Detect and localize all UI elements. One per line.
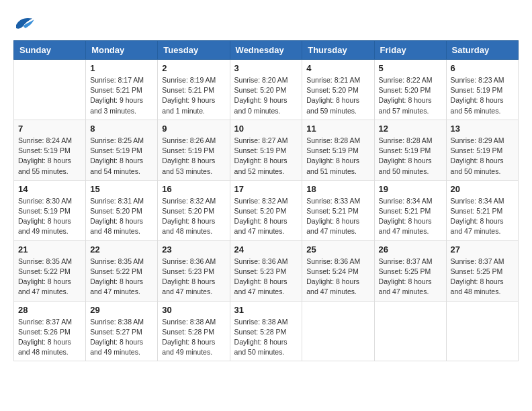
day-number: 3 xyxy=(234,63,298,73)
day-info: Sunrise: 8:37 AMSunset: 5:25 PMDaylight:… xyxy=(379,257,442,298)
day-info: Sunrise: 8:28 AMSunset: 5:19 PMDaylight:… xyxy=(379,136,442,177)
day-info: Sunrise: 8:35 AMSunset: 5:22 PMDaylight:… xyxy=(18,257,81,298)
calendar-cell: 3Sunrise: 8:20 AMSunset: 5:20 PMDaylight… xyxy=(230,60,302,120)
day-number: 9 xyxy=(162,124,225,134)
day-info: Sunrise: 8:24 AMSunset: 5:19 PMDaylight:… xyxy=(18,136,81,177)
calendar-cell: 10Sunrise: 8:27 AMSunset: 5:19 PMDayligh… xyxy=(230,120,302,180)
calendar-cell: 27Sunrise: 8:37 AMSunset: 5:25 PMDayligh… xyxy=(446,240,518,301)
day-number: 16 xyxy=(162,184,225,194)
day-number: 6 xyxy=(451,63,514,73)
calendar-cell: 24Sunrise: 8:36 AMSunset: 5:23 PMDayligh… xyxy=(230,240,302,301)
day-info: Sunrise: 8:38 AMSunset: 5:28 PMDaylight:… xyxy=(234,317,298,358)
calendar-cell: 12Sunrise: 8:28 AMSunset: 5:19 PMDayligh… xyxy=(374,120,446,180)
calendar-cell xyxy=(446,301,518,361)
day-info: Sunrise: 8:35 AMSunset: 5:22 PMDaylight:… xyxy=(90,257,153,298)
weekday-header: Wednesday xyxy=(230,41,302,60)
page: SundayMondayTuesdayWednesdayThursdayFrid… xyxy=(0,0,532,411)
weekday-header: Friday xyxy=(374,41,446,60)
calendar-cell: 19Sunrise: 8:34 AMSunset: 5:21 PMDayligh… xyxy=(374,180,446,240)
day-info: Sunrise: 8:19 AMSunset: 5:21 PMDaylight:… xyxy=(162,75,225,116)
calendar-week-row: 7Sunrise: 8:24 AMSunset: 5:19 PMDaylight… xyxy=(14,120,519,180)
calendar-cell xyxy=(302,301,374,361)
day-info: Sunrise: 8:32 AMSunset: 5:20 PMDaylight:… xyxy=(234,196,298,237)
calendar-cell: 22Sunrise: 8:35 AMSunset: 5:22 PMDayligh… xyxy=(86,240,158,301)
day-info: Sunrise: 8:34 AMSunset: 5:21 PMDaylight:… xyxy=(451,196,514,237)
day-number: 1 xyxy=(90,63,153,73)
day-info: Sunrise: 8:37 AMSunset: 5:25 PMDaylight:… xyxy=(451,257,514,298)
calendar-cell: 2Sunrise: 8:19 AMSunset: 5:21 PMDaylight… xyxy=(158,60,230,120)
day-info: Sunrise: 8:28 AMSunset: 5:19 PMDaylight:… xyxy=(306,136,369,177)
day-info: Sunrise: 8:22 AMSunset: 5:20 PMDaylight:… xyxy=(379,75,442,116)
day-number: 10 xyxy=(234,124,298,134)
calendar-cell: 25Sunrise: 8:36 AMSunset: 5:24 PMDayligh… xyxy=(302,240,374,301)
calendar-cell: 16Sunrise: 8:32 AMSunset: 5:20 PMDayligh… xyxy=(158,180,230,240)
day-number: 2 xyxy=(162,63,225,73)
day-info: Sunrise: 8:36 AMSunset: 5:23 PMDaylight:… xyxy=(234,257,298,298)
calendar-week-row: 1Sunrise: 8:17 AMSunset: 5:21 PMDaylight… xyxy=(14,60,519,120)
day-number: 21 xyxy=(18,244,81,255)
calendar-cell: 15Sunrise: 8:31 AMSunset: 5:20 PMDayligh… xyxy=(86,180,158,240)
calendar-cell: 30Sunrise: 8:38 AMSunset: 5:28 PMDayligh… xyxy=(158,301,230,361)
day-info: Sunrise: 8:37 AMSunset: 5:26 PMDaylight:… xyxy=(18,317,81,358)
calendar-cell: 26Sunrise: 8:37 AMSunset: 5:25 PMDayligh… xyxy=(374,240,446,301)
day-number: 11 xyxy=(306,124,369,134)
day-info: Sunrise: 8:33 AMSunset: 5:21 PMDaylight:… xyxy=(306,196,369,237)
calendar-cell: 1Sunrise: 8:17 AMSunset: 5:21 PMDaylight… xyxy=(86,60,158,120)
calendar-cell: 7Sunrise: 8:24 AMSunset: 5:19 PMDaylight… xyxy=(14,120,86,180)
day-info: Sunrise: 8:36 AMSunset: 5:23 PMDaylight:… xyxy=(162,257,225,298)
day-number: 25 xyxy=(306,244,369,255)
day-info: Sunrise: 8:30 AMSunset: 5:19 PMDaylight:… xyxy=(18,196,81,237)
day-info: Sunrise: 8:27 AMSunset: 5:19 PMDaylight:… xyxy=(234,136,298,177)
day-number: 19 xyxy=(379,184,442,194)
day-number: 4 xyxy=(306,63,369,73)
logo-bird-icon xyxy=(13,13,35,32)
day-info: Sunrise: 8:38 AMSunset: 5:27 PMDaylight:… xyxy=(90,317,153,358)
weekday-header: Tuesday xyxy=(158,41,230,60)
day-info: Sunrise: 8:38 AMSunset: 5:28 PMDaylight:… xyxy=(162,317,225,358)
day-info: Sunrise: 8:34 AMSunset: 5:21 PMDaylight:… xyxy=(379,196,442,237)
calendar-cell: 14Sunrise: 8:30 AMSunset: 5:19 PMDayligh… xyxy=(14,180,86,240)
weekday-header: Saturday xyxy=(446,41,518,60)
weekday-header: Monday xyxy=(86,41,158,60)
day-number: 14 xyxy=(18,184,81,194)
calendar-cell: 4Sunrise: 8:21 AMSunset: 5:20 PMDaylight… xyxy=(302,60,374,120)
weekday-header: Thursday xyxy=(302,41,374,60)
day-number: 15 xyxy=(90,184,153,194)
day-number: 5 xyxy=(379,63,442,73)
day-info: Sunrise: 8:23 AMSunset: 5:19 PMDaylight:… xyxy=(451,75,514,116)
calendar-cell: 29Sunrise: 8:38 AMSunset: 5:27 PMDayligh… xyxy=(86,301,158,361)
calendar-cell: 21Sunrise: 8:35 AMSunset: 5:22 PMDayligh… xyxy=(14,240,86,301)
calendar-week-row: 28Sunrise: 8:37 AMSunset: 5:26 PMDayligh… xyxy=(14,301,519,361)
calendar-cell: 23Sunrise: 8:36 AMSunset: 5:23 PMDayligh… xyxy=(158,240,230,301)
day-number: 28 xyxy=(18,305,81,315)
calendar-cell: 8Sunrise: 8:25 AMSunset: 5:19 PMDaylight… xyxy=(86,120,158,180)
day-number: 18 xyxy=(306,184,369,194)
day-number: 29 xyxy=(90,305,153,315)
day-number: 8 xyxy=(90,124,153,134)
calendar-cell: 31Sunrise: 8:38 AMSunset: 5:28 PMDayligh… xyxy=(230,301,302,361)
calendar-week-row: 21Sunrise: 8:35 AMSunset: 5:22 PMDayligh… xyxy=(14,240,519,301)
day-number: 17 xyxy=(234,184,298,194)
day-number: 24 xyxy=(234,244,298,255)
calendar-cell: 6Sunrise: 8:23 AMSunset: 5:19 PMDaylight… xyxy=(446,60,518,120)
day-info: Sunrise: 8:26 AMSunset: 5:19 PMDaylight:… xyxy=(162,136,225,177)
calendar-cell: 18Sunrise: 8:33 AMSunset: 5:21 PMDayligh… xyxy=(302,180,374,240)
day-number: 13 xyxy=(451,124,514,134)
day-info: Sunrise: 8:36 AMSunset: 5:24 PMDaylight:… xyxy=(306,257,369,298)
day-number: 20 xyxy=(451,184,514,194)
day-number: 31 xyxy=(234,305,298,315)
calendar-cell xyxy=(374,301,446,361)
calendar-cell: 17Sunrise: 8:32 AMSunset: 5:20 PMDayligh… xyxy=(230,180,302,240)
day-number: 7 xyxy=(18,124,81,134)
logo xyxy=(13,13,38,32)
day-number: 26 xyxy=(379,244,442,255)
calendar-cell: 28Sunrise: 8:37 AMSunset: 5:26 PMDayligh… xyxy=(14,301,86,361)
calendar-cell: 9Sunrise: 8:26 AMSunset: 5:19 PMDaylight… xyxy=(158,120,230,180)
weekday-header-row: SundayMondayTuesdayWednesdayThursdayFrid… xyxy=(14,41,519,60)
day-info: Sunrise: 8:29 AMSunset: 5:19 PMDaylight:… xyxy=(451,136,514,177)
calendar-cell: 5Sunrise: 8:22 AMSunset: 5:20 PMDaylight… xyxy=(374,60,446,120)
calendar-cell: 13Sunrise: 8:29 AMSunset: 5:19 PMDayligh… xyxy=(446,120,518,180)
day-info: Sunrise: 8:20 AMSunset: 5:20 PMDaylight:… xyxy=(234,75,298,116)
day-info: Sunrise: 8:17 AMSunset: 5:21 PMDaylight:… xyxy=(90,75,153,116)
day-info: Sunrise: 8:31 AMSunset: 5:20 PMDaylight:… xyxy=(90,196,153,237)
